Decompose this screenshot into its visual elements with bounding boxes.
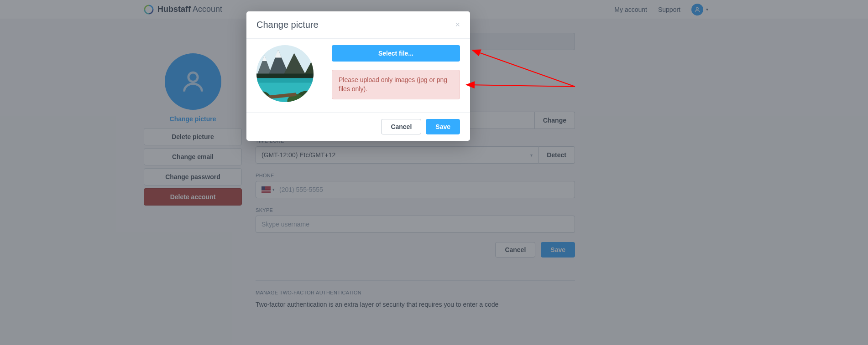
modal-header: Change picture × [246, 11, 470, 39]
modal-footer: Cancel Save [246, 113, 470, 141]
modal-cancel-button[interactable]: Cancel [381, 119, 421, 134]
upload-column: Select file... Please upload only images… [332, 45, 460, 99]
close-icon[interactable]: × [455, 20, 460, 30]
svg-rect-11 [256, 78, 314, 83]
select-file-button[interactable]: Select file... [332, 45, 460, 62]
modal-body: Select file... Please upload only images… [246, 39, 470, 113]
modal-save-button[interactable]: Save [426, 119, 460, 134]
upload-error-message: Please upload only images (jpg or png fi… [332, 70, 460, 99]
change-picture-modal: Change picture × [246, 11, 470, 141]
picture-preview [256, 45, 314, 102]
modal-title: Change picture [256, 20, 319, 30]
